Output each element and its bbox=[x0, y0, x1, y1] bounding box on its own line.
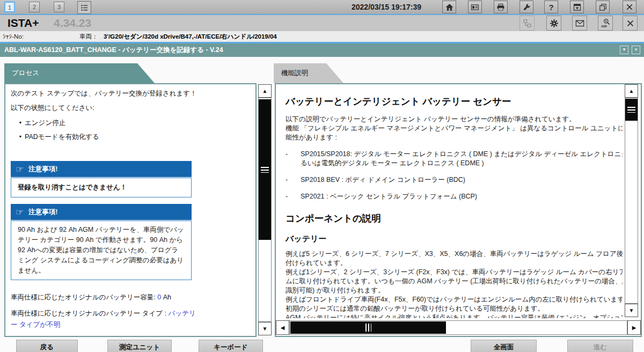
test-module-title: ABL-WAR-AS6120_BATT_CHANGE - バッテリー交換を記録す… bbox=[4, 43, 223, 57]
air-search-button[interactable]: AIR bbox=[598, 16, 613, 31]
doc-list-item: - SP2021 : ベーシック セントラル プラットフォーム (BCP) bbox=[286, 192, 623, 201]
notice-title: 注意事項! bbox=[28, 208, 57, 217]
scroll-thumb[interactable] bbox=[290, 321, 446, 334]
doc-line: るいは電気的デジタル モーター エレクトロニクス ( EDME ) bbox=[301, 159, 623, 168]
owner-card-button[interactable] bbox=[468, 1, 482, 13]
tab-function-label: 機能説明 bbox=[274, 63, 343, 83]
grip-icon bbox=[627, 107, 635, 113]
precondition-list: •エンジン停止 •PADモードを有効化する bbox=[11, 116, 250, 144]
workspace-list-button[interactable] bbox=[77, 1, 91, 14]
close-icon bbox=[625, 3, 634, 11]
triangle-right-icon: ▶ bbox=[632, 325, 636, 331]
fullscreen-button[interactable]: 全画面 bbox=[471, 340, 537, 352]
wrench-icon bbox=[522, 3, 531, 12]
connection-icon bbox=[522, 18, 532, 28]
dock-panel-button[interactable]: ▼ bbox=[620, 46, 628, 54]
dash-bullet-icon: - bbox=[286, 192, 301, 201]
list-icon bbox=[80, 3, 89, 12]
notice-body: 90 Ah および 92 Ah AGM バッテリーを、車両側でバッテリー カテゴ… bbox=[11, 221, 192, 280]
list-item: •エンジン停止 bbox=[16, 116, 250, 130]
notice-body: 登録を取り消すことはできません！ bbox=[11, 178, 192, 197]
app-title: ISTA+ bbox=[8, 15, 39, 31]
printer-icon bbox=[496, 3, 506, 12]
vehicle-label: 車両： bbox=[79, 31, 98, 42]
doc-line: 識別可能) が取り付けられます。 bbox=[286, 286, 623, 295]
connection-state-button[interactable] bbox=[519, 16, 535, 31]
scroll-left-button[interactable]: ◀ bbox=[276, 320, 289, 335]
triangle-up-icon: ▲ bbox=[262, 88, 268, 94]
dock-window-icon bbox=[573, 3, 582, 12]
triangle-down-icon: ▼ bbox=[629, 307, 634, 313]
measurement-unit-button[interactable]: 測定ユニット bbox=[107, 340, 172, 352]
pointing-hand-icon: ☞ bbox=[16, 208, 24, 217]
svg-text:AIR: AIR bbox=[601, 24, 607, 28]
notice-header: ☞ 注意事項! bbox=[11, 204, 192, 220]
doc-line: SP2015/SP2018: デジタル モーター エレクトロニクス ( DME … bbox=[301, 150, 623, 159]
scroll-right-button[interactable]: ▶ bbox=[627, 320, 641, 335]
keyboard-button[interactable]: キーボード bbox=[199, 340, 263, 352]
vehicle-identification: 3'/G20/セダン/320d xDrive/B47,-/AT/ECE/右ハンド… bbox=[104, 31, 277, 42]
workspace-button-2[interactable]: 2 bbox=[29, 2, 40, 12]
footer-bar: 戻る 測定ユニット キーボード 全画面 進む bbox=[0, 338, 644, 352]
home-icon bbox=[445, 3, 454, 12]
doc-line: 例えば1シリーズ、2 シリーズ、3シリーズ (F2x、F3x) では、車両バッテ… bbox=[286, 268, 623, 277]
doc-line: SP2021 : ベーシック セントラル プラットフォーム (BCP) bbox=[301, 192, 623, 201]
home-button[interactable] bbox=[442, 1, 456, 13]
print-button[interactable] bbox=[494, 1, 508, 13]
help-button[interactable]: ? bbox=[544, 1, 558, 13]
window-switch-icon bbox=[598, 3, 608, 12]
workspace-button-3[interactable]: 3 bbox=[54, 2, 64, 12]
doc-line: 以下の説明でバッテリーとインテリジェント バッテリー センサーの情報が準備されて… bbox=[286, 115, 623, 124]
scroll-thumb[interactable] bbox=[259, 99, 271, 240]
close-app-button[interactable] bbox=[623, 1, 636, 13]
scroll-up-button[interactable]: ▲ bbox=[258, 84, 272, 98]
pointing-hand-icon: ☞ bbox=[16, 165, 24, 174]
function-panel-vscrollbar: ▲ ▼ bbox=[625, 84, 638, 317]
settings-button[interactable] bbox=[546, 16, 561, 31]
continue-button[interactable]: 進む bbox=[567, 340, 633, 352]
close-session-button[interactable] bbox=[623, 16, 638, 31]
battery-capacity-registered: エンジン エレクトロニクスに現在登録されているバッテリー容量 : 0 Ah bbox=[11, 335, 197, 337]
messages-button[interactable] bbox=[572, 16, 587, 31]
workspace-button-1[interactable]: 1 bbox=[4, 2, 15, 12]
envelope-icon bbox=[575, 18, 585, 28]
doc-line: 初期のシリーズには通常の鉛酸バッテリーが取り付けられている可能性があります。 bbox=[286, 304, 623, 313]
tools-button[interactable] bbox=[519, 1, 533, 13]
window-switch-button[interactable] bbox=[596, 1, 610, 13]
notice-box: ☞ 注意事項! 登録を取り消すことはできません！ bbox=[11, 161, 192, 197]
close-icon bbox=[626, 19, 635, 28]
notice-box: ☞ 注意事項! 90 Ah および 92 Ah AGM バッテリーを、車両側でバ… bbox=[11, 204, 192, 280]
process-panel-scrollbar: ▲ ▼ bbox=[258, 84, 272, 335]
doc-line: SP2018 BEV : ボディ ドメイン コントローラー (BDC) bbox=[301, 175, 623, 185]
back-button[interactable]: 戻る bbox=[16, 340, 78, 352]
tab-function-description[interactable]: 機能説明 bbox=[274, 63, 343, 83]
app-version: 4.34.23 bbox=[54, 15, 91, 31]
triangle-up-icon: ▲ bbox=[629, 88, 634, 94]
doc-heading: バッテリーとインテリジェント バッテリー センサー bbox=[286, 95, 623, 108]
close-panel-button[interactable]: ✕ bbox=[632, 46, 640, 54]
scroll-track[interactable] bbox=[625, 98, 638, 304]
doc-list-item: - SP2018 BEV : ボディ ドメイン コントローラー (BDC) bbox=[286, 175, 623, 185]
dash-bullet-icon: - bbox=[286, 150, 301, 168]
intro-line-1: 次のテスト ステップでは、バッテリー交換が登録されます！ bbox=[11, 89, 250, 98]
tab-process[interactable]: プロセス bbox=[4, 63, 155, 83]
triangle-left-icon: ◀ bbox=[281, 325, 285, 331]
battery-type-original: 車両仕様に応じたオリジナルのバッテリー タイプ : バッテリー タイプが不明 bbox=[11, 308, 197, 331]
chevron-down-icon: ▼ bbox=[622, 47, 626, 52]
scroll-down-button[interactable]: ▼ bbox=[625, 304, 638, 317]
notice-header: ☞ 注意事項! bbox=[11, 161, 192, 177]
datetime-display: 2022/03/15 19:17:39 bbox=[338, 0, 421, 14]
scroll-thumb[interactable] bbox=[625, 99, 638, 121]
chassis-number-label: ｼｬｼ-No: bbox=[3, 31, 24, 42]
dock-window-button[interactable] bbox=[570, 1, 584, 13]
scroll-down-button[interactable]: ▼ bbox=[258, 322, 272, 335]
bullet-icon: • bbox=[16, 130, 25, 144]
test-module-header: ABL-WAR-AS6120_BATT_CHANGE - バッテリー交換を記録す… bbox=[0, 43, 644, 57]
info-label: 車両仕様に応じたオリジナルのバッテリー容量: bbox=[11, 294, 157, 301]
doc-line: 機能 「フレキシブル エネルギー マネージメントとパワー マネージメント」 は異… bbox=[286, 124, 623, 133]
doc-line: AGM バッテリーには特に高サイクル強度という利点があります。バッテリー容量は装… bbox=[286, 313, 623, 318]
scroll-up-button[interactable]: ▲ bbox=[625, 84, 638, 98]
dash-bullet-icon: - bbox=[286, 175, 301, 185]
info-unit: Ah bbox=[161, 294, 171, 301]
precondition-text: エンジン停止 bbox=[25, 116, 65, 130]
